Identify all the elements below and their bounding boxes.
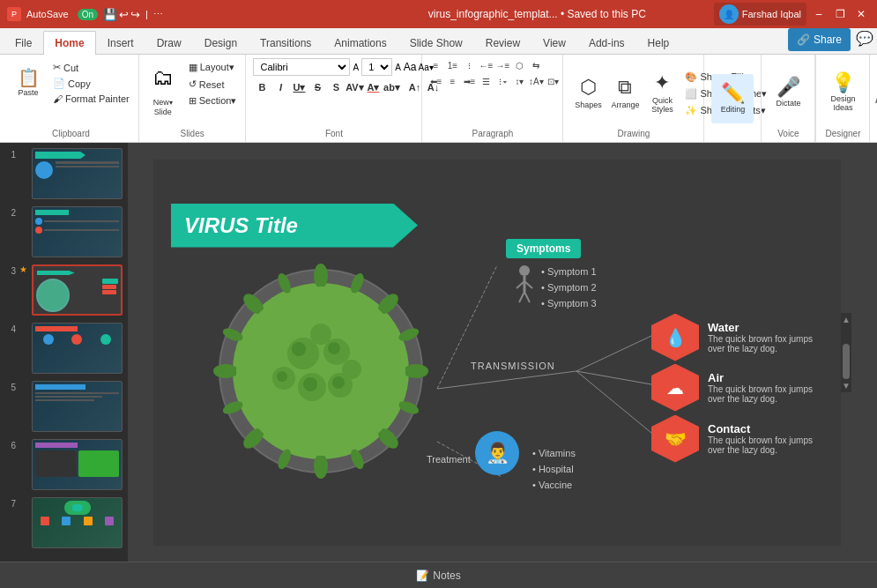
filename-label: virus_infographic_templat... • Saved to … [360, 8, 714, 20]
tab-insert[interactable]: Insert [96, 31, 145, 54]
redo-icon[interactable]: ↪ [130, 8, 140, 21]
clear-format-icon[interactable]: Aa [404, 61, 417, 73]
notes-bar[interactable]: 📝 Notes [0, 562, 877, 588]
numbering-button[interactable]: 1≡ [444, 58, 460, 72]
more-options-icon[interactable]: ⋯ [153, 9, 163, 20]
font-family-selector[interactable]: Calibri [253, 58, 350, 76]
shadow-button[interactable]: S [327, 78, 345, 96]
ribbon-collapse-area: ∧ [869, 55, 877, 142]
justify-button[interactable]: ☰ [478, 74, 494, 88]
slide-panel: 1 2 [0, 143, 128, 562]
paste-button[interactable]: 📋 Paste [9, 58, 48, 108]
treatment-label: Treatment [427, 454, 471, 465]
layout-button[interactable]: ▦Layout▾ [185, 60, 241, 75]
collapse-ribbon-button[interactable]: ∧ [873, 90, 877, 107]
restore-button[interactable]: ❐ [831, 5, 849, 23]
tab-home[interactable]: Home [43, 31, 95, 55]
underline-button[interactable]: U▾ [290, 78, 308, 96]
slide-item-3[interactable]: 3 ★ [4, 263, 124, 317]
reset-button[interactable]: ↺Reset [185, 77, 241, 92]
autosave-badge[interactable]: On [78, 9, 98, 20]
slide-item-4[interactable]: 4 [4, 321, 124, 376]
decrease-indent-button[interactable]: ←≡ [478, 58, 494, 72]
design-ideas-button[interactable]: 💡 Design Ideas [821, 68, 864, 117]
increase-indent-button[interactable]: →≡ [494, 58, 510, 72]
convert-button[interactable]: ⇆ [528, 58, 544, 72]
scroll-thumb[interactable] [843, 344, 850, 379]
section-button[interactable]: ⊞Section▾ [185, 93, 241, 108]
slide-item-5[interactable]: 5 [4, 379, 124, 434]
water-hex: 💧 [651, 314, 699, 361]
highlight-button[interactable]: ab▾ [383, 78, 400, 96]
close-button[interactable]: ✕ [852, 5, 870, 23]
line-spacing-button[interactable]: ↕▾ [511, 74, 527, 88]
slide-item-6[interactable]: 6 [4, 437, 124, 492]
font-size-down-icon[interactable]: A [352, 62, 360, 73]
canvas-scrollbar[interactable]: ▲ ▼ [841, 313, 851, 392]
col-button[interactable]: ⫶ [461, 58, 477, 72]
tab-review[interactable]: Review [474, 31, 531, 54]
minimize-button[interactable]: – [810, 5, 828, 23]
copy-button[interactable]: 📄Copy [49, 76, 133, 91]
scroll-down-button[interactable]: ▼ [840, 379, 852, 392]
user-name: Farshad Iqbal [742, 9, 801, 19]
smartart-button[interactable]: ⬡ [511, 58, 527, 72]
clipboard-content: 📋 Paste ✂Cut 📄Copy 🖌Format Painter [9, 58, 133, 127]
format-painter-button[interactable]: 🖌Format Painter [49, 92, 133, 106]
undo-icon[interactable]: ↩ [119, 8, 129, 21]
save-icon[interactable]: 💾 [103, 8, 117, 21]
align-left-button[interactable]: ⬅≡ [427, 74, 443, 88]
cut-button[interactable]: ✂Cut [49, 60, 133, 75]
tab-help[interactable]: Help [636, 31, 681, 54]
italic-button[interactable]: I [271, 78, 289, 96]
drawing-group: ⬡ Shapes ⧉ Arrange ✦ QuickStyles 🎨 Shape… [563, 55, 704, 142]
paragraph-group: ≡ 1≡ ⫶ ←≡ →≡ ⬡ ⇆ ⬅≡ ≡ ➡≡ ☰ ⫶▾ ↕▾ ↕A▾ ⊡▾ [422, 55, 563, 142]
tab-file[interactable]: File [4, 31, 43, 54]
strikethrough-button[interactable]: S [308, 78, 326, 96]
svg-line-34 [576, 336, 651, 371]
font-size-selector[interactable]: 18 [361, 58, 392, 76]
bullets-button[interactable]: ≡ [427, 58, 443, 72]
increase-font-button[interactable]: A↑ [405, 78, 423, 96]
cols-button[interactable]: ⫶▾ [494, 74, 510, 88]
align-right-button[interactable]: ➡≡ [461, 74, 477, 88]
tab-design[interactable]: Design [193, 31, 249, 54]
tab-draw[interactable]: Draw [145, 31, 193, 54]
align-text-button[interactable]: ⊡▾ [545, 74, 561, 88]
svg-line-36 [576, 371, 651, 433]
slide-canvas[interactable]: VIRUS Title [153, 160, 841, 546]
svg-point-28 [303, 377, 317, 391]
arrange-button[interactable]: ⧉ Arrange [607, 75, 643, 110]
text-direction-button[interactable]: ↕A▾ [528, 74, 544, 88]
char-spacing-button[interactable]: AV▾ [346, 78, 363, 96]
tab-slideshow[interactable]: Slide Show [398, 31, 474, 54]
font-color-button[interactable]: A▾ [364, 78, 382, 96]
font-group: Calibri A 18 A Aa Aa▾ B I U▾ S [246, 55, 422, 142]
comment-icon[interactable]: 💬 [856, 30, 873, 47]
slide-item-2[interactable]: 2 [4, 205, 124, 259]
slide-item-1[interactable]: 1 [4, 146, 124, 201]
share-button[interactable]: 🔗 Share [788, 28, 851, 51]
tab-animations[interactable]: Animations [323, 31, 398, 54]
font-size-up-icon[interactable]: A [394, 62, 402, 73]
user-badge[interactable]: 👤 Farshad Iqbal [714, 3, 806, 26]
separator: | [145, 9, 148, 19]
shapes-button[interactable]: ⬡ Shapes [570, 75, 606, 110]
quick-styles-button[interactable]: ✦ QuickStyles [644, 75, 680, 110]
notes-label: Notes [433, 569, 460, 582]
align-center-button[interactable]: ≡ [444, 74, 460, 88]
tab-addins[interactable]: Add-ins [577, 31, 636, 54]
ribbon-tabs: File Home Insert Draw Design Transitions… [0, 28, 877, 55]
dictate-button[interactable]: 🎤 Dictate [767, 68, 809, 117]
font-row-2: B I U▾ S S AV▾ A▾ ab▾ A↑ A↓ [253, 78, 442, 96]
slide-item-7[interactable]: 7 [4, 495, 124, 550]
editing-button[interactable]: ✏️ Editing [711, 74, 754, 123]
dropdown-arrow-icon[interactable]: ▾ [169, 99, 173, 107]
tab-view[interactable]: View [531, 31, 577, 54]
slide-thumb-5 [32, 381, 123, 432]
scroll-up-button[interactable]: ▲ [840, 313, 852, 326]
transmission-label: TRANSMISSION [471, 361, 555, 371]
tab-transitions[interactable]: Transitions [249, 31, 323, 54]
bold-button[interactable]: B [253, 78, 271, 96]
new-slide-button[interactable]: 🗂 [145, 58, 182, 97]
